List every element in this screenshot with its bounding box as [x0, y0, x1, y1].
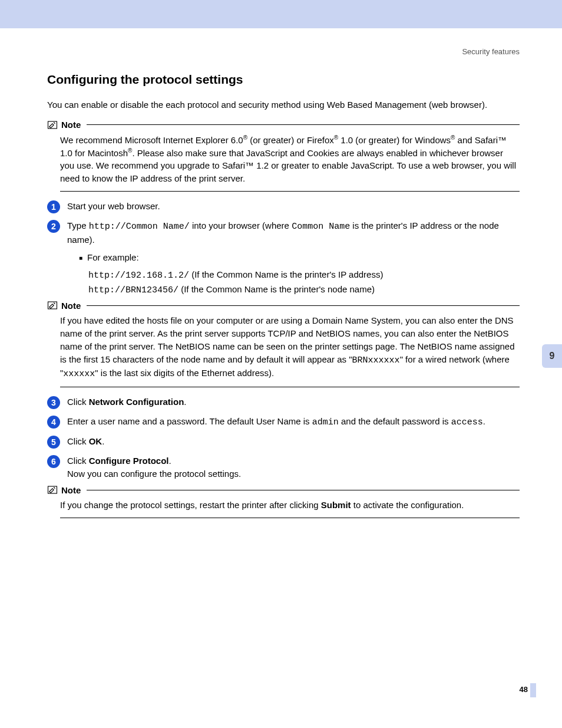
note-1-body: We recommend Microsoft Internet Explorer… [47, 130, 520, 189]
example-label: For example: [79, 251, 520, 265]
s5c: . [102, 436, 104, 446]
note-label: Note [61, 485, 81, 495]
s3b: Network Configuration [89, 397, 184, 407]
step2-code2: Common Name [292, 222, 350, 232]
step2-a: Type [67, 220, 89, 230]
step-4: 4 Enter a user name and a password. The … [47, 415, 520, 429]
example-2: http://BRN123456/ (If the Common Name is… [88, 284, 520, 295]
s4c: . [483, 416, 485, 426]
ex2-text: (If the Common Name is the printer's nod… [178, 284, 375, 294]
bullet-icon [79, 252, 87, 262]
s5a: Click [67, 436, 89, 446]
note-3-bottom-rule [60, 518, 520, 518]
n3c: to activate the configuration. [351, 500, 464, 510]
note-icon [47, 300, 58, 311]
example-1: http://192.168.1.2/ (If the Common Name … [88, 269, 520, 281]
step-number-1: 1 [47, 200, 60, 213]
ex1-text: (If the Common Name is the printer's IP … [189, 269, 383, 279]
step-2: 2 Type http://Common Name/ into your bro… [47, 219, 520, 246]
note-icon [47, 485, 58, 495]
note-block-3: Note If you change the protocol settings… [47, 485, 520, 518]
step-4-text: Enter a user name and a password. The de… [67, 415, 520, 429]
ex1-code: http://192.168.1.2/ [88, 271, 189, 281]
note2-code1: BRNxxxxxx [352, 355, 400, 365]
svg-rect-1 [48, 302, 57, 309]
step-1-text: Start your web browser. [67, 200, 520, 213]
note1-text-b: (or greater) or Firefox [247, 135, 334, 145]
s4a: Enter a user name and a password. The de… [67, 416, 312, 426]
s3a: Click [67, 397, 89, 407]
note-block-2: Note If you have edited the hosts file o… [47, 300, 520, 387]
s6c: . [169, 456, 171, 466]
example-label-text: For example: [87, 252, 139, 262]
s3c: . [184, 397, 186, 407]
note-rule [87, 490, 520, 490]
s6b: Configure Protocol [89, 456, 169, 466]
note-rule [87, 124, 520, 125]
note-block-1: Note We recommend Microsoft Internet Exp… [47, 120, 520, 192]
s6a: Click [67, 456, 89, 466]
note1-text-c: 1.0 (or greater) for Windows [338, 135, 451, 145]
step-1: 1 Start your web browser. [47, 200, 520, 213]
step-6: 6 Click Configure Protocol. Now you can … [47, 454, 520, 480]
step-5: 5 Click OK. [47, 435, 520, 449]
step-number-6: 6 [47, 455, 60, 468]
page-title: Configuring the protocol settings [47, 73, 520, 87]
note-label: Note [61, 301, 81, 311]
s6d: Now you can configure the protocol setti… [67, 469, 241, 479]
step-6-text: Click Configure Protocol. Now you can co… [67, 454, 520, 480]
chapter-tab: 9 [542, 344, 562, 368]
page-accent-bar [530, 683, 536, 697]
step-number-4: 4 [47, 416, 60, 429]
step2-code: http://Common Name/ [89, 222, 190, 232]
s4code1: admin [312, 417, 339, 427]
step-number-2: 2 [47, 220, 60, 233]
s4code2: access [451, 417, 483, 427]
note-2-bottom-rule [60, 387, 520, 387]
step2-b: into your browser (where [190, 220, 292, 230]
step-3-text: Click Network Configuration. [67, 396, 520, 409]
top-accent-bar [0, 0, 562, 28]
intro-text: You can enable or disable the each proto… [47, 98, 520, 111]
note-label: Note [61, 120, 81, 130]
step-3: 3 Click Network Configuration. [47, 396, 520, 409]
ex2-code: http://BRN123456/ [88, 285, 178, 295]
note2-code2: xxxxxx [63, 369, 95, 379]
note-1-bottom-rule [60, 191, 520, 192]
step-5-text: Click OK. [67, 435, 520, 448]
svg-rect-0 [48, 121, 57, 129]
note-rule [87, 305, 520, 306]
note-2-body: If you have edited the hosts file on you… [47, 311, 520, 384]
step-number-3: 3 [47, 396, 60, 409]
note-icon [47, 120, 58, 130]
n3b: Submit [321, 500, 351, 510]
note1-text-a: We recommend Microsoft Internet Explorer… [60, 135, 243, 145]
page-number: 48 [520, 685, 528, 694]
header-section-name: Security features [0, 28, 562, 56]
s4b: and the default password is [339, 416, 451, 426]
step-2-text: Type http://Common Name/ into your brows… [67, 219, 520, 246]
s5b: OK [89, 436, 103, 446]
step-number-5: 5 [47, 436, 60, 449]
svg-rect-2 [48, 486, 57, 493]
n3a: If you change the protocol settings, res… [60, 500, 321, 510]
note-3-body: If you change the protocol settings, res… [47, 495, 520, 515]
note2-c: " is the last six digits of the Ethernet… [95, 368, 274, 378]
